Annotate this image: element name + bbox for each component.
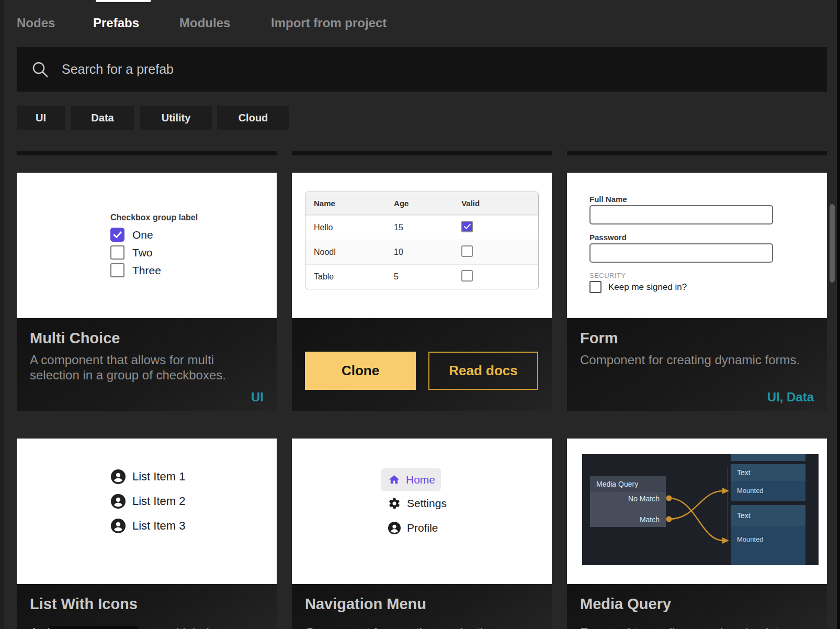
nav-item-home-active: Home (381, 468, 441, 491)
multi-choice-preview: Checkbox group label One Two Three (17, 173, 277, 318)
tab-import-from-project[interactable]: Import from project (271, 16, 387, 30)
card-title: List With Icons (30, 596, 264, 613)
nav-item-profile: Profile (388, 522, 438, 534)
card-description: Component for creating navigation menus. (305, 625, 539, 629)
filter-chip-ui[interactable]: UI (17, 106, 65, 130)
list-item-label: List Item 3 (132, 519, 185, 533)
table-row: Table 5 (305, 264, 538, 289)
gear-icon (388, 497, 401, 510)
prefab-card-list-with-icons[interactable]: List Item 1 List Item 2 List Item 3 List… (17, 439, 277, 629)
nav-item-label: Profile (407, 522, 438, 534)
list-item-label: List Item 1 (132, 470, 185, 484)
checkbox-icon (110, 263, 124, 277)
cell-age: 15 (394, 223, 461, 232)
card-title: Multi Choice (30, 330, 264, 347)
cell-age: 10 (394, 248, 461, 257)
table-row: Noodl 10 (305, 240, 538, 264)
tab-modules[interactable]: Modules (179, 16, 230, 30)
preview-table: Name Age Valid Hello 15 Noodl 10 Table 5 (305, 192, 539, 289)
table-header-row: Name Age Valid (305, 192, 538, 215)
tab-prefabs[interactable]: Prefabs (93, 16, 139, 30)
previous-row-card-sliver (17, 151, 277, 155)
previous-row-card-sliver (292, 151, 552, 155)
vertical-scrollbar-thumb[interactable] (830, 204, 835, 283)
table-row: Hello 15 (305, 215, 538, 240)
checkbox-option: Three (110, 263, 161, 277)
checkbox-icon (461, 245, 473, 257)
checkbox-icon (110, 228, 124, 242)
checkbox-group-label: Checkbox group label (110, 213, 198, 222)
previous-row-card-sliver (567, 151, 827, 155)
checkbox-option: One (110, 228, 153, 242)
card-description: A component that allows for multi select… (30, 352, 264, 383)
window-right-edge (837, 0, 840, 629)
card-hover-actions: Clone Read docs (292, 318, 552, 411)
search-placeholder: Search for a prefab (62, 62, 174, 77)
nav-item-label: Home (406, 474, 435, 486)
security-section-label: SECURITY (589, 272, 626, 279)
list-item: List Item 2 (111, 494, 185, 509)
table-preview: Name Age Valid Hello 15 Noodl 10 Table 5 (292, 173, 552, 318)
media-query-preview: Media Query No Match Match Text Mounted … (567, 439, 827, 584)
nav-item-settings: Settings (388, 497, 447, 510)
card-info: Navigation Menu Component for creating n… (292, 584, 552, 629)
checkbox-icon (461, 270, 473, 282)
navigation-menu-preview: Home Settings Profile (292, 439, 552, 584)
checkbox-option-label: Three (132, 264, 161, 277)
cell-name: Table (305, 272, 394, 282)
password-label: Password (589, 233, 627, 242)
password-field (589, 243, 773, 263)
filter-chip-data[interactable]: Data (71, 106, 134, 130)
search-input[interactable]: Search for a prefab (17, 47, 827, 92)
keep-signed-in-label: Keep me signed in? (608, 282, 687, 293)
keep-signed-in-row: Keep me signed in? (589, 281, 687, 293)
nav-item-label: Settings (407, 497, 447, 510)
card-title: Navigation Menu (305, 596, 539, 613)
clone-button[interactable]: Clone (305, 352, 416, 390)
cell-name: Noodl (305, 248, 394, 257)
tab-nodes[interactable]: Nodes (17, 16, 55, 30)
checkbox-icon (110, 245, 124, 260)
search-icon (31, 61, 49, 78)
bottom-window-edge (50, 626, 138, 629)
card-info: List With Icons A simple list with icons… (17, 584, 277, 629)
card-description: Component for creating dynamic forms. (580, 352, 814, 367)
home-icon (388, 474, 400, 486)
card-title: Media Query (580, 596, 814, 613)
node-connections (582, 454, 819, 565)
list-with-icons-preview: List Item 1 List Item 2 List Item 3 (17, 439, 277, 584)
full-name-field (589, 205, 773, 224)
list-item: List Item 1 (111, 469, 185, 484)
read-docs-button[interactable]: Read docs (428, 352, 538, 390)
prefab-card-table[interactable]: Name Age Valid Hello 15 Noodl 10 Table 5… (292, 173, 552, 411)
card-info: Multi Choice A component that allows for… (17, 318, 277, 411)
checkbox-icon (461, 221, 473, 232)
filter-chip-cloud[interactable]: Cloud (217, 106, 289, 130)
prefab-card-multi-choice[interactable]: Checkbox group label One Two Three Multi… (17, 173, 277, 411)
checkbox-option-label: One (132, 229, 153, 241)
card-tag: UI (251, 390, 264, 405)
cell-age: 5 (394, 272, 461, 282)
column-header: Name (305, 199, 394, 208)
form-preview: Full Name Password SECURITY Keep me sign… (567, 173, 827, 318)
active-tab-indicator (96, 0, 151, 2)
card-info: Media Query Respond to media query break… (567, 584, 827, 629)
card-description: Respond to media query breakpoints. (580, 625, 814, 629)
list-item-label: List Item 2 (132, 495, 185, 508)
prefab-card-media-query[interactable]: Media Query No Match Match Text Mounted … (567, 439, 827, 629)
prefab-card-navigation-menu[interactable]: Home Settings Profile Navigation Menu Co… (292, 439, 552, 629)
card-tag: UI, Data (767, 390, 814, 405)
card-title: Form (580, 330, 814, 347)
column-header: Age (394, 199, 461, 208)
panel-left-edge (0, 0, 4, 629)
column-header: Valid (461, 199, 538, 208)
person-icon (388, 522, 401, 534)
person-icon (111, 469, 126, 484)
cell-name: Hello (305, 223, 394, 232)
list-item: List Item 3 (111, 519, 185, 533)
card-info: Form Component for creating dynamic form… (567, 318, 827, 411)
filter-chip-utility[interactable]: Utility (140, 106, 212, 130)
prefab-card-form[interactable]: Full Name Password SECURITY Keep me sign… (567, 173, 827, 411)
person-icon (111, 519, 126, 533)
person-icon (111, 494, 126, 509)
